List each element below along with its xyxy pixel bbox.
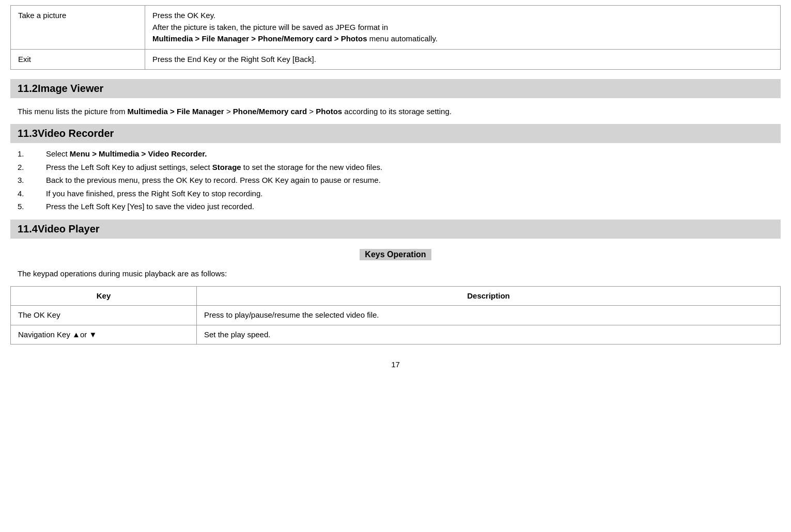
col-header-description: Description [197, 286, 781, 306]
section-11-2-heading: 11.2Image Viewer [10, 79, 781, 98]
keys-operation-heading: Keys Operation [360, 249, 431, 260]
list-num: 4. [18, 187, 46, 200]
section-11-2-mid2: > [307, 107, 316, 116]
section-11-2-content: This menu lists the picture from Multime… [10, 102, 781, 124]
list-text: Back to the previous menu, press the OK … [46, 174, 381, 187]
list-item: 2. Press the Left Soft Key to adjust set… [18, 161, 773, 174]
section-11-2-bold2: Phone/Memory card [233, 107, 307, 116]
top-table: Take a picture Press the OK Key. After t… [10, 5, 781, 70]
col-header-key: Key [11, 286, 197, 306]
table-row: The OK Key Press to play/pause/resume th… [11, 306, 781, 325]
list-item: 1. Select Menu > Multimedia > Video Reco… [18, 147, 773, 161]
take-picture-suffix: menu automatically. [367, 34, 438, 43]
take-picture-line1: Press the OK Key. [152, 11, 215, 20]
table-row: Navigation Key ▲or ▼ Set the play speed. [11, 325, 781, 345]
section-11-2-bold1: Multimedia > File Manager [128, 107, 224, 116]
list-item: 5. Press the Left Soft Key [Yes] to save… [18, 200, 773, 213]
list-text: Press the Left Soft Key [Yes] to save th… [46, 200, 254, 213]
section-11-2-bold3: Photos [316, 107, 342, 116]
section-11-4: 11.4Video Player Keys Operation The keyp… [10, 220, 781, 345]
table-header-row: Key Description [11, 286, 781, 306]
section-11-2-prefix: This menu lists the picture from [18, 107, 128, 116]
section-11-4-heading: 11.4Video Player [10, 220, 781, 239]
list-num: 3. [18, 174, 46, 187]
cell-ok-description: Press to play/pause/resume the selected … [197, 306, 781, 325]
section-11-3-heading: 11.3Video Recorder [10, 124, 781, 143]
bottom-table: Key Description The OK Key Press to play… [10, 286, 781, 345]
cell-exit-key: Exit [11, 49, 145, 70]
cell-nav-description: Set the play speed. [197, 325, 781, 345]
list-text: Select Menu > Multimedia > Video Recorde… [46, 147, 207, 161]
cell-take-picture-key: Take a picture [11, 6, 145, 50]
list-num: 2. [18, 161, 46, 174]
keypad-intro: The keypad operations during music playb… [10, 268, 781, 284]
section-11-2: 11.2Image Viewer This menu lists the pic… [10, 79, 781, 124]
list-item: 4. If you have finished, press the Right… [18, 187, 773, 200]
cell-ok-key: The OK Key [11, 306, 197, 325]
keys-operation-wrapper: Keys Operation [10, 243, 781, 264]
list-text: Press the Left Soft Key to adjust settin… [46, 161, 382, 174]
list-item: 3. Back to the previous menu, press the … [18, 174, 773, 187]
take-picture-bold: Multimedia > File Manager > Phone/Memory… [152, 34, 367, 43]
page-number: 17 [10, 360, 781, 369]
cell-take-picture-value: Press the OK Key. After the picture is t… [145, 6, 781, 50]
section-11-2-mid: > [224, 107, 233, 116]
table-row-take-picture: Take a picture Press the OK Key. After t… [11, 6, 781, 50]
cell-exit-value: Press the End Key or the Right Soft Key … [145, 49, 781, 70]
section-11-2-suffix: according to its storage setting. [342, 107, 452, 116]
list-num: 1. [18, 147, 46, 161]
list-num: 5. [18, 200, 46, 213]
list-text: If you have finished, press the Right So… [46, 187, 262, 200]
take-picture-line2: After the picture is taken, the picture … [152, 23, 388, 32]
section-11-3-list: 1. Select Menu > Multimedia > Video Reco… [10, 147, 781, 213]
cell-nav-key: Navigation Key ▲or ▼ [11, 325, 197, 345]
page-container: Take a picture Press the OK Key. After t… [0, 0, 791, 389]
table-row-exit: Exit Press the End Key or the Right Soft… [11, 49, 781, 70]
section-11-3: 11.3Video Recorder 1. Select Menu > Mult… [10, 124, 781, 213]
